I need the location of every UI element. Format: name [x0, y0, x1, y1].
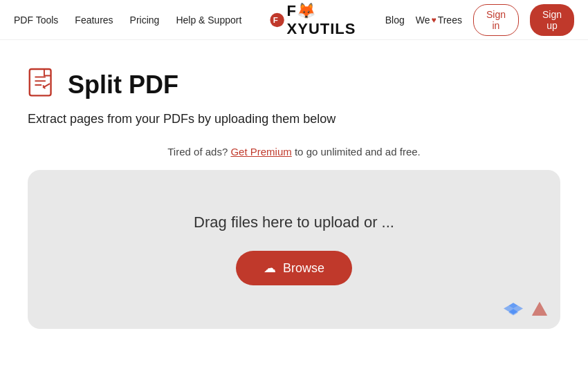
- signup-button[interactable]: Sign up: [530, 4, 574, 36]
- nav-features[interactable]: Features: [75, 15, 113, 26]
- drive-icon[interactable]: [530, 300, 549, 319]
- cloud-service-icons: [504, 300, 549, 319]
- title-row: Split PDF: [28, 68, 560, 102]
- upload-icon: ☁: [264, 260, 276, 276]
- ads-notice: Tired of ads? Get Premium to go unlimite…: [28, 146, 560, 158]
- nav-pricing[interactable]: Pricing: [130, 15, 160, 26]
- main-content: Split PDF Extract pages from your PDFs b…: [0, 40, 588, 329]
- browse-button[interactable]: ☁ Browse: [236, 251, 352, 285]
- split-pdf-icon: [28, 68, 58, 102]
- svg-text:F: F: [273, 15, 278, 24]
- dropzone[interactable]: Drag files here to upload or ... ☁ Brows…: [28, 170, 560, 329]
- logo-icon: F: [269, 10, 285, 30]
- logo-text: F🦊XYUTILS: [287, 2, 369, 38]
- nav-blog[interactable]: Blog: [385, 15, 405, 26]
- nav-help-support[interactable]: Help & Support: [176, 15, 241, 26]
- svg-marker-12: [533, 303, 547, 316]
- get-premium-link[interactable]: Get Premium: [230, 146, 291, 158]
- we-trees-link[interactable]: We♥Trees: [416, 15, 462, 26]
- nav-right: Blog We♥Trees Sign in Sign up: [385, 4, 574, 36]
- dropbox-icon[interactable]: [504, 300, 523, 319]
- svg-line-7: [43, 85, 45, 88]
- nav-pdf-tools[interactable]: PDF Tools: [14, 15, 58, 26]
- page-title: Split PDF: [68, 70, 178, 99]
- drop-text: Drag files here to upload or ...: [194, 213, 394, 231]
- navigation: PDF Tools Features Pricing Help & Suppor…: [0, 0, 588, 40]
- signin-button[interactable]: Sign in: [473, 4, 519, 36]
- logo[interactable]: F F🦊XYUTILS: [269, 2, 368, 38]
- page-subtitle: Extract pages from your PDFs by uploadin…: [28, 112, 560, 126]
- svg-rect-2: [30, 69, 51, 95]
